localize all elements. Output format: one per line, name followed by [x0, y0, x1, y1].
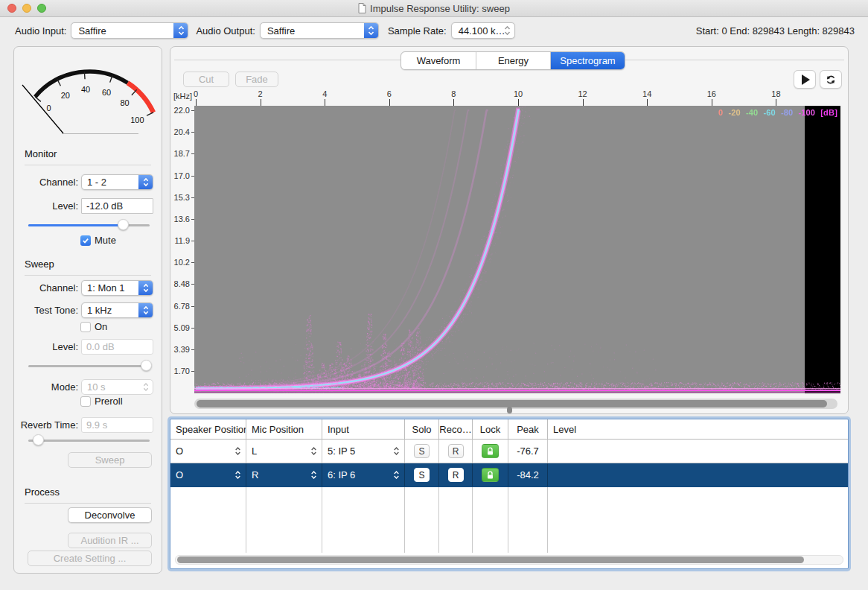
- legend-entry: -60: [763, 108, 776, 117]
- db-color-legend: 0-20-40-60-80-100[dB]: [718, 108, 837, 117]
- selection-status: Start: 0 End: 829843 Length: 829843: [696, 25, 855, 37]
- audition-ir-button[interactable]: Audition IR ...: [68, 533, 152, 548]
- slider-thumb[interactable]: [141, 360, 152, 371]
- popup-chevrons-icon: [138, 280, 153, 296]
- deconvolve-button[interactable]: Deconvolve: [68, 507, 152, 523]
- test-tone-value: 1 kHz: [87, 305, 112, 316]
- column-header-speaker-position[interactable]: Speaker Position: [170, 419, 246, 439]
- freq-tick-label: 8.48: [170, 279, 190, 289]
- tab-energy[interactable]: Energy: [476, 52, 550, 69]
- spectrogram-hscrollbar[interactable]: [194, 399, 837, 409]
- column-header-mic-position[interactable]: Mic Position: [246, 419, 322, 439]
- solo-button[interactable]: S: [414, 444, 430, 458]
- sweep-level-slider[interactable]: [28, 360, 150, 372]
- mic-position-popup[interactable]: L: [246, 440, 322, 463]
- spectrogram-display[interactable]: 0-20-40-60-80-100[dB]: [194, 106, 840, 393]
- title-bar: Impulse Response Utility: sweep: [0, 0, 868, 17]
- table-row[interactable]: OR6: IP 6SR-84.2: [170, 463, 848, 487]
- input-popup[interactable]: 6: IP 6: [322, 463, 405, 486]
- time-tick: [583, 99, 584, 106]
- input-value: 5: IP 5: [328, 445, 355, 457]
- test-tone-popup[interactable]: 1 kHz: [81, 302, 153, 318]
- create-setting-button[interactable]: Create Setting ...: [28, 551, 152, 566]
- meter-tick: [84, 72, 85, 79]
- time-tick-label: 8: [442, 89, 465, 98]
- mic-position-popup[interactable]: R: [246, 463, 322, 486]
- column-header-peak[interactable]: Peak: [508, 419, 548, 439]
- splitter-handle[interactable]: [507, 407, 512, 413]
- monitor-channel-popup[interactable]: 1 - 2: [81, 174, 153, 190]
- reverb-time-slider[interactable]: [28, 434, 150, 446]
- popup-chevrons-icon: [138, 302, 153, 318]
- scrollbar-thumb[interactable]: [177, 556, 804, 563]
- loop-button[interactable]: [820, 70, 842, 89]
- reverb-time-field: 9.9 s: [81, 417, 153, 433]
- cut-button[interactable]: Cut: [183, 72, 229, 87]
- audio-input-popup[interactable]: Saffire: [71, 22, 188, 39]
- speaker-position-popup[interactable]: O: [170, 463, 246, 486]
- mute-checkbox[interactable]: [80, 235, 91, 246]
- mode-popup: 10 s: [81, 379, 153, 395]
- column-header-solo[interactable]: Solo: [405, 419, 439, 439]
- input-popup[interactable]: 5: IP 5: [322, 440, 405, 463]
- time-tick-label: 14: [636, 89, 658, 98]
- time-tick: [389, 99, 390, 106]
- scrollbar-thumb[interactable]: [197, 400, 827, 407]
- level-cell: [548, 440, 848, 463]
- cell-chevrons-icon: [311, 471, 316, 479]
- column-header-reco[interactable]: Reco…: [439, 419, 473, 439]
- mode-value: 10 s: [87, 381, 106, 393]
- table-hscrollbar[interactable]: [175, 555, 843, 565]
- cell-chevrons-icon: [235, 471, 240, 479]
- play-button[interactable]: [794, 70, 816, 89]
- sweep-button[interactable]: Sweep: [68, 452, 152, 468]
- audio-output-popup[interactable]: Saffire: [260, 22, 379, 39]
- slider-thumb[interactable]: [118, 219, 129, 230]
- time-tick: [453, 99, 454, 106]
- column-header-input[interactable]: Input: [322, 419, 405, 439]
- lock-button[interactable]: [482, 444, 499, 458]
- monitor-level-slider[interactable]: [28, 219, 150, 231]
- stepper-chevrons-icon: [138, 379, 153, 395]
- speaker-position-value: O: [176, 445, 183, 457]
- audio-input-label: Audio Input:: [15, 25, 66, 37]
- solo-button[interactable]: S: [414, 468, 430, 482]
- tab-waveform[interactable]: Waveform: [401, 52, 476, 69]
- divider: [25, 503, 151, 504]
- grid-line: [170, 487, 246, 553]
- freq-tick-label: 11.9: [170, 235, 190, 246]
- slider-fill: [28, 224, 123, 226]
- monitor-level-field[interactable]: -12.0 dB: [81, 198, 153, 214]
- legend-entry: -40: [746, 108, 759, 117]
- slider-thumb[interactable]: [33, 434, 44, 445]
- lock-button[interactable]: [482, 468, 499, 482]
- table-empty-grid: [170, 487, 848, 553]
- table-row[interactable]: OL5: IP 5SR-76.7: [170, 440, 848, 463]
- column-header-level[interactable]: Level: [548, 419, 848, 439]
- column-header-lock[interactable]: Lock: [473, 419, 508, 439]
- fade-button[interactable]: Fade: [235, 72, 278, 87]
- preroll-checkbox[interactable]: [80, 396, 91, 407]
- sample-rate-popup[interactable]: 44.100 k…: [451, 22, 515, 39]
- lock-cell: [473, 440, 508, 463]
- tab-spectrogram[interactable]: Spectrogram: [550, 52, 625, 69]
- monitor-level-value: -12.0 dB: [86, 200, 123, 212]
- freq-tick-label: 3.39: [170, 344, 190, 355]
- meter-tick-label: 40: [81, 85, 90, 94]
- record-button[interactable]: R: [448, 444, 464, 458]
- sweep-channel-popup[interactable]: 1: Mon 1: [81, 280, 153, 296]
- play-icon: [802, 74, 810, 85]
- input-value: 6: IP 6: [328, 469, 355, 480]
- spectrogram-canvas[interactable]: [194, 106, 840, 393]
- stepper-chevrons-icon: [500, 22, 515, 39]
- speaker-position-popup[interactable]: O: [170, 440, 246, 463]
- display-panel: WaveformEnergySpectrogram Cut Fade [kHz]…: [170, 46, 849, 414]
- legend-entry: -20: [728, 108, 741, 117]
- process-section-title: Process: [25, 486, 60, 498]
- legend-entry: 0: [718, 108, 723, 117]
- legend-entry: -80: [781, 108, 794, 117]
- test-tone-on-checkbox[interactable]: [80, 322, 91, 332]
- lock-cell: [473, 463, 508, 486]
- window-title-text: Impulse Response Utility: sweep: [370, 3, 510, 14]
- record-button[interactable]: R: [448, 468, 464, 482]
